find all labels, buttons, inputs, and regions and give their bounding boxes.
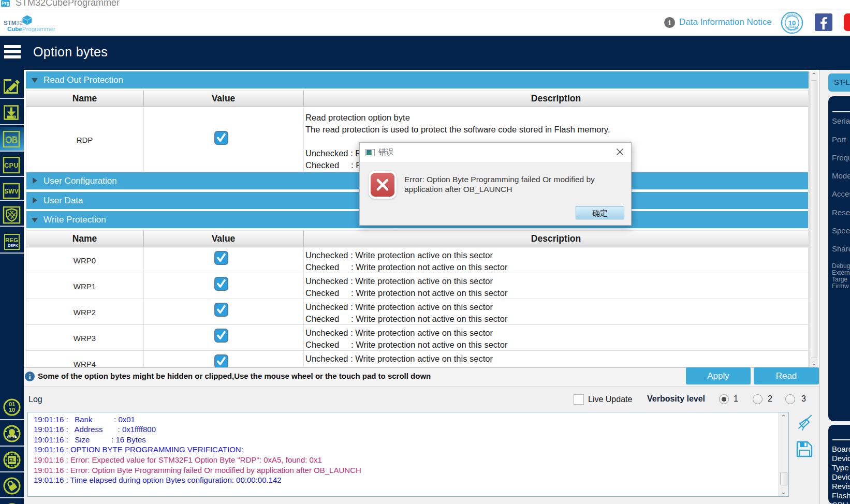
svg-text:DEPK: DEPK bbox=[8, 244, 18, 247]
svg-text:REG: REG bbox=[5, 237, 18, 243]
svg-text:EL: EL bbox=[9, 457, 16, 463]
svg-text:10: 10 bbox=[9, 407, 15, 413]
svg-text:YEARS: YEARS bbox=[788, 26, 796, 28]
svg-text:OB: OB bbox=[5, 136, 17, 144]
svg-text:CPU: CPU bbox=[4, 162, 19, 169]
svg-text:BETA: BETA bbox=[7, 435, 17, 439]
svg-text:SWV: SWV bbox=[4, 188, 18, 195]
